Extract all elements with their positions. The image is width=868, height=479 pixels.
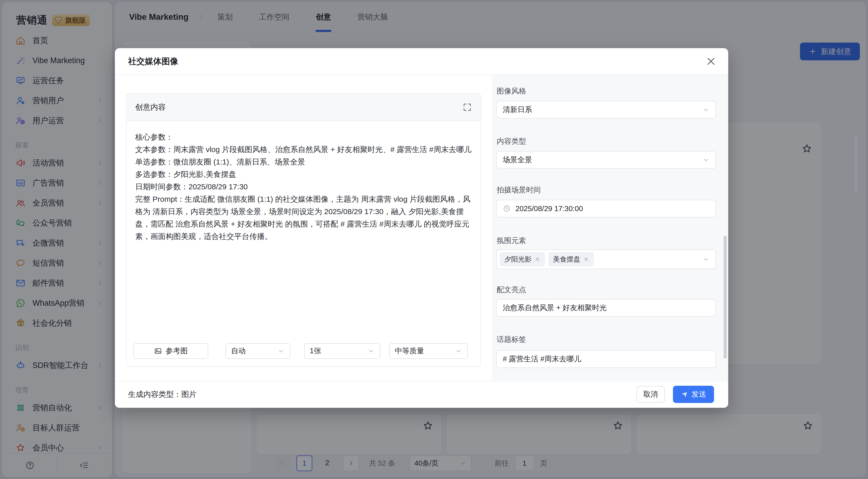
send-label: 发送 xyxy=(691,389,706,400)
creative-content-line: 完整 Prompt：生成适配 微信朋友圈 (1:1) 的社交媒体图像，主题为 周… xyxy=(135,193,472,243)
creative-content-line: 文本参数：周末露营 vlog 片段截图风格、治愈系自然风景 + 好友相聚时光、#… xyxy=(135,143,472,156)
creative-content-title: 创意内容 xyxy=(135,102,166,112)
dialog-footer: 生成内容类型：图片 取消 发送 xyxy=(115,381,728,408)
scene-time-value: 2025/08/29 17:30:00 xyxy=(516,205,583,213)
send-icon xyxy=(681,390,688,398)
creative-content-line: 单选参数：微信朋友圈 (1:1)、清新日系、场景全景 xyxy=(135,156,472,168)
close-icon[interactable] xyxy=(705,56,717,67)
creative-content-line: 核心参数： xyxy=(135,131,472,143)
chevron-down-icon xyxy=(702,157,710,164)
fullscreen-icon[interactable] xyxy=(462,102,472,112)
remove-tag-icon[interactable] xyxy=(535,256,540,262)
page-scrollbar[interactable] xyxy=(854,134,858,194)
atmosphere-tags: 夕阳光影美食摆盘 xyxy=(500,252,593,266)
caption-label: 配文亮点 xyxy=(497,285,526,295)
generated-content-type: 生成内容类型：图片 xyxy=(128,381,196,407)
hashtags-label: 话题标签 xyxy=(497,335,526,345)
dialog-title: 社交媒体图像 xyxy=(128,48,178,74)
clock-icon xyxy=(503,205,511,213)
social-media-image-dialog: 社交媒体图像 创意内容 核心参数：文本参数：周末露营 vlog 片段截图风格、治… xyxy=(115,48,728,408)
creative-content-line: 多选参数：夕阳光影,美食摆盘 xyxy=(135,168,472,180)
image-style-label: 图像风格 xyxy=(497,86,526,96)
creative-content-box: 创意内容 核心参数：文本参数：周末露营 vlog 片段截图风格、治愈系自然风景 … xyxy=(126,93,481,367)
quality-value: 中等质量 xyxy=(395,346,424,356)
atmosphere-tag: 美食摆盘 xyxy=(549,252,593,266)
scene-time-input[interactable]: 2025/08/29 17:30:00 xyxy=(496,200,716,217)
reference-image-button[interactable]: 参考图 xyxy=(133,343,208,359)
content-type-value: 场景全景 xyxy=(503,155,532,165)
image-icon xyxy=(154,347,162,355)
dialog-left-pane: 创意内容 核心参数：文本参数：周末露营 vlog 片段截图风格、治愈系自然风景 … xyxy=(115,75,492,381)
tag-label: 夕阳光影 xyxy=(504,255,532,264)
scene-time-label: 拍摄场景时间 xyxy=(497,185,541,195)
dialog-right-pane: 图像风格 清新日系 内容类型 场景全景 拍摄场景时间 2025/08/29 17… xyxy=(492,75,728,381)
content-type-select[interactable]: 场景全景 xyxy=(496,151,716,169)
chevron-down-icon xyxy=(278,347,285,354)
atmosphere-label: 氛围元素 xyxy=(497,236,526,246)
atmosphere-multiselect[interactable]: 夕阳光影美食摆盘 xyxy=(496,249,716,269)
app-root: 营销通 旗舰版 首页Vibe Marketing运营任务营销用户用户运营获客活动… xyxy=(0,0,868,479)
hashtags-input[interactable] xyxy=(496,350,716,368)
cancel-button[interactable]: 取消 xyxy=(637,386,665,403)
chevron-down-icon xyxy=(455,347,462,354)
atmosphere-tag: 夕阳光影 xyxy=(500,252,545,266)
image-count-value: 1张 xyxy=(310,346,321,356)
tag-label: 美食摆盘 xyxy=(553,255,580,264)
chevron-down-icon xyxy=(702,106,710,113)
dialog-header: 社交媒体图像 xyxy=(115,48,728,75)
send-button[interactable]: 发送 xyxy=(673,386,714,403)
chevron-down-icon xyxy=(702,256,710,263)
image-count-select[interactable]: 1张 xyxy=(304,343,380,359)
reference-image-label: 参考图 xyxy=(166,346,188,356)
generation-mode-select[interactable]: 自动 xyxy=(225,343,290,359)
creative-content-text[interactable]: 核心参数：文本参数：周末露营 vlog 片段截图风格、治愈系自然风景 + 好友相… xyxy=(127,121,481,334)
generation-mode-value: 自动 xyxy=(231,346,246,356)
image-style-value: 清新日系 xyxy=(503,105,532,115)
content-type-label: 内容类型 xyxy=(497,136,526,146)
chevron-down-icon xyxy=(368,347,375,354)
dialog-scrollbar[interactable] xyxy=(724,236,727,358)
creative-content-line: 日期时间参数：2025/08/29 17:30 xyxy=(135,180,472,193)
quality-select[interactable]: 中等质量 xyxy=(389,343,468,359)
generation-controls: 参考图 自动 1张 中等质量 xyxy=(127,343,481,359)
creative-content-header: 创意内容 xyxy=(127,94,481,121)
image-style-select[interactable]: 清新日系 xyxy=(496,101,716,118)
caption-input[interactable] xyxy=(496,299,716,317)
remove-tag-icon[interactable] xyxy=(583,256,589,262)
